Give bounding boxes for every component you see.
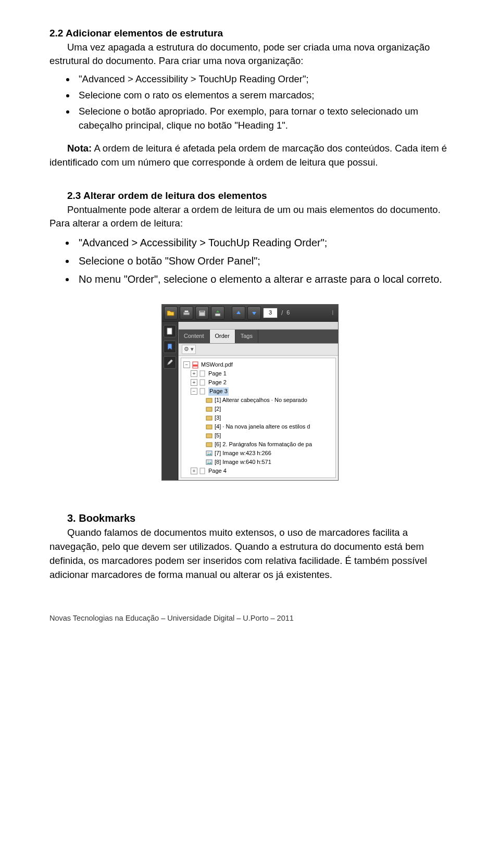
box-icon <box>205 432 213 439</box>
svg-rect-10 <box>200 388 205 394</box>
bullet-2-2-1: "Advanced > Accessibility > TouchUp Read… <box>76 72 451 86</box>
image-icon <box>205 459 213 466</box>
panel-tabs: Content Order Tags <box>179 330 338 344</box>
collapse-icon[interactable]: − <box>183 361 190 368</box>
tree-item-8[interactable]: [8] Image w:640 h:571 <box>182 458 334 467</box>
paragraph-3-1: Quando falamos de documentos muito exten… <box>49 526 451 582</box>
tree-item-label: [2] <box>215 405 221 413</box>
page-number-input[interactable]: 3 <box>263 308 278 318</box>
svg-rect-0 <box>183 312 190 315</box>
page-icon <box>166 328 173 335</box>
page-icon <box>199 379 206 386</box>
bullet-2-2-2: Selecione com o rato os elementos a sere… <box>76 89 451 103</box>
tree-item-5[interactable]: [5] <box>182 431 334 440</box>
tree-page-label-selected: Page 3 <box>208 387 229 396</box>
tree-page-2[interactable]: + Page 2 <box>182 378 334 387</box>
bullet-2-3-3: No menu "Order", selecione o elemento a … <box>76 271 451 287</box>
sign-rail-button[interactable] <box>164 356 176 369</box>
pages-rail-button[interactable] <box>164 325 176 337</box>
page-icon <box>199 468 206 475</box>
tree-page-1[interactable]: + Page 1 <box>182 369 334 378</box>
tab-tags[interactable]: Tags <box>235 330 258 343</box>
tree-item-label: [5] <box>215 432 221 440</box>
svg-rect-3 <box>200 310 204 312</box>
bullet-2-2-3: Selecione o botão apropriado. Por exempl… <box>76 105 451 133</box>
navigation-panel: × Content Order Tags ⚙ ▾ − MSWord.pdf + <box>178 322 338 480</box>
order-tree: − MSWord.pdf + Page 1 + Page 2 − <box>181 358 336 478</box>
tree-page-3[interactable]: − Page 3 <box>182 387 334 396</box>
next-page-button[interactable] <box>247 306 261 320</box>
tree-item-label: [4] · Na nova janela altere os estilos d <box>215 423 310 431</box>
tree-file-label: MSWord.pdf <box>201 361 233 369</box>
svg-rect-1 <box>184 310 189 312</box>
expand-icon[interactable]: + <box>191 379 197 386</box>
svg-rect-14 <box>206 425 212 429</box>
tree-item-6[interactable]: [6] 2. Parágrafos Na formatação de pa <box>182 440 334 449</box>
svg-rect-2 <box>199 310 205 316</box>
tree-item-3[interactable]: [3] <box>182 413 334 422</box>
tree-item-label: [3] <box>215 414 221 422</box>
nota-text: A ordem de leitura é afetada pela ordem … <box>49 143 447 168</box>
tree-page-4[interactable]: + Page 4 <box>182 467 334 475</box>
save-button[interactable] <box>195 306 209 320</box>
expand-icon[interactable]: + <box>191 468 197 474</box>
bullet-2-3-2: Selecione o botão "Show Order Panel"; <box>76 253 451 269</box>
page-total: 6 <box>286 309 290 317</box>
svg-rect-9 <box>200 380 205 385</box>
print-button[interactable] <box>180 306 193 320</box>
tree-item-label: [8] Image w:640 h:571 <box>215 458 271 467</box>
image-icon <box>205 450 213 457</box>
box-icon <box>205 423 213 431</box>
disk-icon <box>198 309 206 317</box>
toolbar: 3 / 6 Ⅰ <box>162 305 338 322</box>
tree-page-label: Page 4 <box>208 467 227 475</box>
prev-page-button[interactable] <box>232 306 245 320</box>
tab-content[interactable]: Content <box>179 330 210 343</box>
box-icon <box>205 406 213 413</box>
svg-rect-21 <box>200 468 205 474</box>
svg-rect-7 <box>193 364 198 367</box>
open-button[interactable] <box>164 306 178 320</box>
panel-close-button[interactable]: × <box>331 321 335 330</box>
tree-item-label: [6] 2. Parágrafos Na formatação de pa <box>215 441 312 449</box>
tree-item-2[interactable]: [2] <box>182 405 334 413</box>
collapse-icon[interactable]: − <box>191 388 197 395</box>
tree-item-label: [1] Alterar cabeçalhos · No separado <box>215 396 307 405</box>
svg-rect-12 <box>206 407 212 411</box>
side-rail <box>162 322 178 480</box>
svg-rect-8 <box>200 371 205 376</box>
box-icon <box>205 397 213 404</box>
printer-icon <box>182 309 191 317</box>
upload-button[interactable] <box>211 306 224 320</box>
nota-label: Nota: <box>67 143 92 154</box>
svg-rect-4 <box>215 313 220 316</box>
upload-icon <box>214 309 221 317</box>
expand-icon[interactable]: + <box>191 370 197 377</box>
tree-file-node[interactable]: − MSWord.pdf <box>182 360 334 369</box>
folder-icon <box>167 309 175 317</box>
box-icon <box>205 441 213 448</box>
svg-point-20 <box>208 461 209 462</box>
options-button[interactable]: ⚙ ▾ <box>182 345 196 354</box>
arrow-up-icon <box>235 310 242 316</box>
pen-icon <box>166 359 173 366</box>
tab-order[interactable]: Order <box>210 330 235 343</box>
panel-toolbar: ⚙ ▾ <box>179 344 338 356</box>
page-icon <box>199 388 206 395</box>
heading-2-2: 2.2 Adicionar elementos de estrutura <box>49 26 451 41</box>
bookmarks-rail-button[interactable] <box>164 341 176 353</box>
svg-rect-13 <box>206 416 212 420</box>
page-icon <box>199 370 206 378</box>
arrow-down-icon <box>251 310 257 316</box>
svg-rect-16 <box>206 443 212 447</box>
svg-rect-11 <box>206 398 212 402</box>
heading-2-3: 2.3 Alterar ordem de leitura dos element… <box>49 188 451 203</box>
bookmark-icon <box>166 343 173 350</box>
tree-item-7[interactable]: [7] Image w:423 h:266 <box>182 449 334 458</box>
page-footer: Novas Tecnologias na Educação – Universi… <box>49 613 451 624</box>
tree-item-4[interactable]: [4] · Na nova janela altere os estilos d <box>182 422 334 431</box>
bullet-2-3-1: "Advanced > Accessibility > TouchUp Read… <box>76 235 451 251</box>
panel-close-bar: × <box>179 322 338 330</box>
tree-item-1[interactable]: [1] Alterar cabeçalhos · No separado <box>182 396 334 405</box>
page-separator: / <box>280 309 284 318</box>
